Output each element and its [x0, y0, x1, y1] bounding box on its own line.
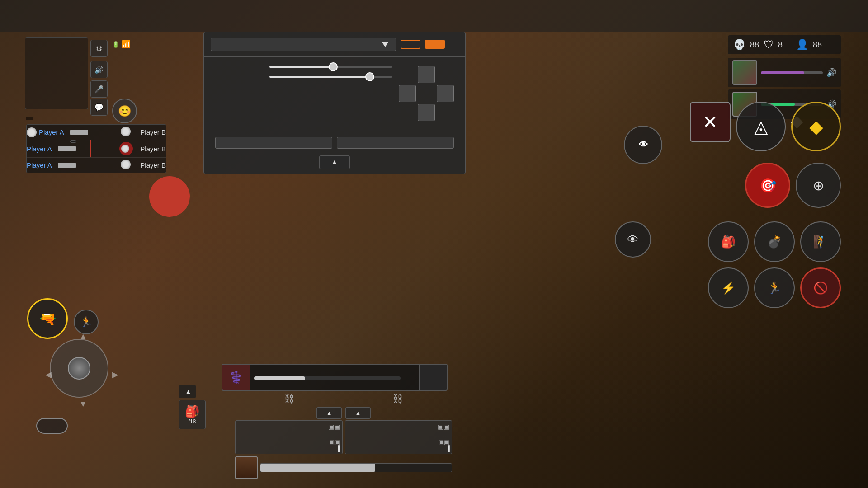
apex-action-button[interactable]: ◬ — [736, 102, 786, 151]
expand-section: ▲ — [204, 155, 465, 174]
x-action-button[interactable]: ✕ — [690, 102, 731, 142]
player-name-b: Player B — [140, 128, 166, 136]
apex-badge-button[interactable]: ◆ — [791, 102, 841, 151]
copy-settings-button[interactable] — [337, 137, 454, 149]
teammate-1-volume-icon[interactable]: 🔊 — [826, 68, 836, 78]
character-avatar — [235, 456, 258, 479]
inventory-button[interactable]: 🎒 — [708, 221, 749, 262]
reset-button[interactable] — [401, 40, 420, 49]
weapon-icon — [70, 130, 88, 135]
emoji-icon-btn[interactable]: 😊 — [112, 99, 137, 123]
mic-icon-btn[interactable]: 🎤 — [90, 80, 108, 98]
alpha-slider-row — [215, 76, 392, 78]
skull-icon-c — [121, 160, 133, 171]
player-row: Player A Player B — [27, 125, 166, 140]
right-expand-button[interactable]: ▲ — [345, 407, 371, 419]
layout-dropdown[interactable] — [211, 38, 396, 51]
link-icon-2: ⛓ — [393, 393, 403, 405]
rifle-icon: 🔫 — [39, 311, 56, 327]
joystick-down-arrow[interactable]: ▼ — [79, 399, 87, 409]
character-hp-fill — [260, 464, 375, 472]
auto-sprint-badge — [70, 140, 76, 143]
grenade-button[interactable]: 💣 — [754, 221, 795, 262]
scope-button[interactable]: 👁 — [624, 126, 662, 164]
sprint-secondary-button[interactable]: 🏃 — [74, 310, 99, 334]
squad-count-1: 88 — [750, 40, 759, 50]
settings-content — [215, 66, 454, 121]
bag-icon: 🎒 — [185, 404, 199, 418]
nav-down-button[interactable] — [418, 104, 435, 121]
ammo-icons-1: ▣▣ — [328, 423, 340, 430]
ammo-icons-2: ▣▣ — [438, 423, 449, 430]
crosshair-button[interactable]: ⊕ — [796, 163, 841, 208]
system-panel — [25, 37, 88, 109]
squad-bar: 💀 88 🛡 8 👤 88 — [728, 35, 841, 54]
bag-button[interactable]: 🎒 /18 — [179, 400, 206, 429]
close-button[interactable] — [449, 42, 458, 47]
three-four-fingers-button[interactable] — [215, 137, 332, 149]
settings-header — [204, 32, 465, 57]
player-list: Player A Player B Player A Player B Play… — [26, 124, 166, 173]
sprint-person-icon: 🏃 — [80, 316, 92, 328]
chevron-down-icon — [382, 42, 389, 47]
save-button[interactable] — [425, 40, 445, 49]
size-slider[interactable] — [269, 66, 392, 68]
joystick-right-arrow[interactable]: ▶ — [112, 370, 118, 380]
red-indicator — [90, 140, 91, 157]
game-cancel-button[interactable] — [149, 176, 190, 217]
alpha-slider-thumb[interactable] — [365, 72, 374, 81]
char-hp-row — [235, 456, 452, 479]
climb-button[interactable]: 🧗 — [800, 221, 841, 262]
squad-number: 88 — [813, 40, 822, 50]
aim-buttons-row: 🎯 ⊕ — [745, 163, 841, 208]
skull-squad-icon: 💀 — [733, 39, 745, 51]
weapon-slot-1[interactable]: ▣▣ ▣▣ ▐ — [235, 420, 343, 454]
joystick-base[interactable] — [50, 339, 108, 398]
bullet-count-1: ▐ — [336, 445, 340, 452]
joystick-left-arrow[interactable]: ◀ — [45, 370, 52, 380]
aim-circle-button[interactable]: 🎯 — [745, 163, 790, 208]
sprint-button[interactable]: 🔫 — [27, 298, 68, 339]
fpp-button[interactable] — [36, 418, 68, 434]
weapon-slot-2[interactable]: ▣▣ ▣▣ ▐ — [345, 420, 453, 454]
nav-up-button[interactable] — [418, 66, 435, 83]
nav-left-button[interactable] — [399, 85, 416, 102]
nav-right-button[interactable] — [437, 85, 454, 102]
quick-button[interactable]: ▲ — [179, 385, 196, 398]
ability-button[interactable]: ⚡ — [708, 267, 749, 308]
left-expand-button[interactable]: ▲ — [316, 407, 342, 419]
eye-ability-button[interactable]: 👁 — [615, 221, 651, 258]
weapon-expand-row: ▲ ▲ — [235, 407, 452, 419]
scope-icon: 👁 — [639, 139, 648, 150]
slide-button[interactable]: 🏃 — [754, 267, 795, 308]
character-hp-bar — [260, 463, 452, 472]
size-slider-row — [215, 66, 392, 68]
sliders-section — [215, 66, 392, 121]
joystick-up-arrow[interactable]: ▲ — [79, 332, 87, 341]
revive-cancel-button[interactable] — [419, 365, 447, 390]
link-icons-row: ⛓ ⛓ — [235, 393, 452, 405]
joystick-knob[interactable] — [68, 357, 90, 380]
no-entry-button[interactable]: 🚫 — [800, 267, 841, 308]
player-row-3: Player A Player B — [27, 158, 166, 173]
spacer3 — [418, 85, 435, 102]
direction-controls — [399, 66, 454, 121]
revive-bar: ⚕️ — [222, 364, 448, 391]
right-mid-buttons: 🎒 💣 🧗 ⚡ 🏃 🚫 — [708, 221, 841, 308]
size-slider-thumb[interactable] — [329, 62, 338, 71]
settings-footer — [204, 130, 465, 155]
settings-gear-icon[interactable]: ⚙ — [90, 40, 108, 57]
quick-access-panel: ▲ 🎒 /18 — [179, 385, 206, 429]
weapon-icon-2 — [58, 146, 76, 151]
volume-icon-btn[interactable]: 🔊 — [90, 61, 108, 78]
alpha-slider[interactable] — [269, 76, 392, 78]
alpha-slider-fill — [269, 76, 370, 78]
spacer4 — [399, 104, 416, 121]
settings-body — [204, 57, 465, 130]
expand-button[interactable]: ▲ — [319, 155, 350, 169]
bag-count: /18 — [189, 418, 196, 425]
battery-icon: 🔋 — [112, 41, 119, 48]
size-slider-fill — [269, 66, 333, 68]
teammate-1-hp-bar — [761, 71, 823, 74]
chat-icon-btn[interactable]: 💬 — [90, 99, 108, 116]
